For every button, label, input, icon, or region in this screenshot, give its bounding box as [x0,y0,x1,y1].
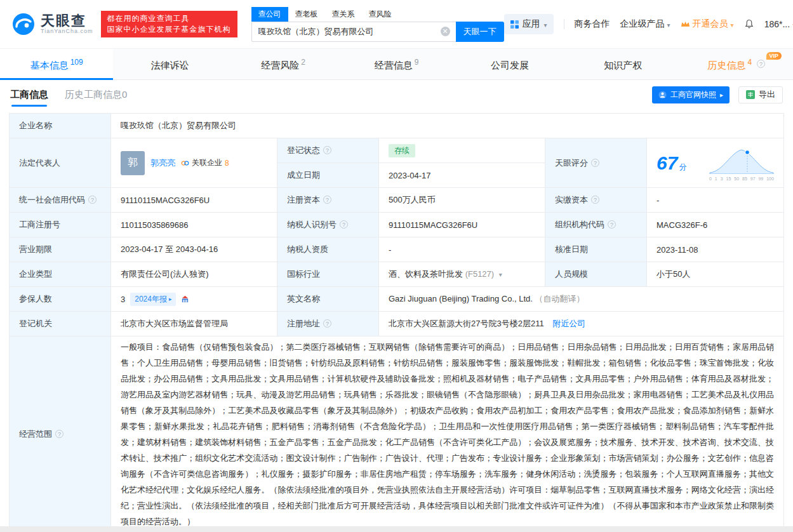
account-phone[interactable]: 186*... ▾ [764,19,793,29]
value-legal-rep: 郭 郭亮亮 关联企业 8 [111,138,277,188]
chevron-right-icon: ▸ [169,296,172,302]
chevron-down-icon[interactable]: ▾ [499,271,502,278]
promo-line2: 国家中小企业发展子基金旗下机构 [107,24,231,35]
label-insured-count: 参保人数 [10,287,111,312]
tab-legal-proceedings[interactable]: 法律诉讼 [113,49,226,79]
label-reg-authority: 登记机关 [10,312,111,336]
apps-menu[interactable]: 应用 ▾ [504,14,554,34]
value-org-code: MACG326F-6 [647,213,784,237]
label-tianyan-score: 天眼评分 [545,138,647,188]
legal-rep-link[interactable]: 郭亮亮 [150,157,175,169]
value-reg-number: 110115035869686 [111,213,277,237]
nearby-companies-link[interactable]: 附近公司 [552,319,585,328]
main-nav: 基本信息109 法律诉讼 经营风险2 经营信息9 公司发展 知识产权 VIP 历… [0,48,793,80]
logo[interactable]: 天眼查 TianYanCha.com [11,12,93,36]
related-companies-tag[interactable]: 关联企业 8 [181,157,229,168]
value-english-name: Gazi Jiuguan (Beijing) Trading Co., Ltd.… [379,287,784,312]
search-tab-risk[interactable]: 查风险 [362,7,399,22]
help-icon[interactable] [323,196,331,204]
excel-export-icon [746,90,755,99]
brand-domain: TianYanCha.com [41,28,93,34]
search-input[interactable] [252,22,456,41]
header: 天眼查 TianYanCha.com 都在用的商业查询工具 国家中小企业发展子基… [0,0,793,48]
chevron-down-icon: ▾ [544,22,547,29]
value-reg-address: 北京市大兴区新源大街27号院3号楼2层211 附近公司 [379,312,784,336]
promo-line1: 都在用的商业查询工具 [107,13,231,24]
status-badge: 存续 [389,144,415,157]
tab-business-info[interactable]: 经营信息9 [340,49,453,79]
chevron-down-icon: ▾ [731,22,734,29]
value-industry: 酒、饮料及茶叶批发 (F5127) ▾ [379,262,545,287]
company-info-table: 企业名称 嘎孜玖馆（北京）贸易有限公司 法定代表人 郭 郭亮亮 关联企业 8 登… [9,113,784,532]
search-tab-relation[interactable]: 查关系 [325,7,362,22]
tab-history-info[interactable]: VIP 历史信息4 [680,49,793,79]
export-button[interactable]: 导出 [738,86,783,103]
help-icon[interactable] [55,430,63,438]
link-rings-icon [181,160,189,166]
label-reg-capital: 注册资本 [277,188,379,213]
vip-membership-link[interactable]: 开通会员 ▾ [681,18,734,30]
help-icon[interactable] [608,220,616,229]
clear-icon[interactable]: ✕ [441,27,450,36]
avatar[interactable]: 郭 [121,151,145,175]
label-company-name: 企业名称 [10,114,111,138]
vip-badge: VIP [766,52,782,60]
bell-icon[interactable] [744,19,754,29]
subtab-history-registration[interactable]: 历史工商信息0 [65,89,127,101]
label-industry: 国标行业 [277,262,379,287]
official-snapshot-button[interactable]: 工商官网快照 ▸ [652,86,730,103]
logo-icon [11,12,36,36]
label-reg-address: 注册地址 [277,312,379,336]
brand-name: 天眼查 [41,14,93,28]
help-icon[interactable] [591,196,599,204]
annual-report-source-icon[interactable] [181,295,189,303]
help-icon[interactable] [591,159,599,167]
label-english-name: 英文名称 [277,287,379,312]
value-business-term: 2023-04-17 至 2043-04-16 [111,237,277,262]
crown-icon [681,20,690,28]
tab-basic-info[interactable]: 基本信息109 [0,49,113,79]
sub-nav: 工商信息 历史工商信息0 工商官网快照 ▸ 导出 [0,80,793,109]
value-establish-date: 2023-04-17 [379,163,545,188]
header-right: 应用 ▾ 商务合作 企业级产品 ▾ 开通会员 ▾ 186*... ▾ [504,14,793,34]
annual-report-badge[interactable]: 2024年报 ▸ [130,293,176,306]
label-paid-capital: 实缴资本 [545,188,647,213]
value-reg-capital: 500万人民币 [379,188,545,213]
value-business-scope: 一般项目：食品销售（仅销售预包装食品）；第二类医疗器械销售；互联网销售（除销售需… [111,336,784,532]
score-unit: 分 [679,163,686,171]
label-business-scope: 经营范围 [10,336,111,532]
tab-company-development[interactable]: 公司发展 [453,49,566,79]
enterprise-products-link[interactable]: 企业级产品 ▾ [620,18,670,30]
value-tianyan-score[interactable]: 67分 0131550859799100 [647,138,784,188]
score-value: 67 [656,152,677,173]
value-reg-authority: 北京市大兴区市场监督管理局 [111,312,277,336]
subtab-business-registration[interactable]: 工商信息 [10,89,48,101]
help-icon[interactable] [323,146,331,154]
search-tabs: 查公司 查老板 查关系 查风险 [251,7,504,22]
score-axis: 0131550859799100 [709,176,774,182]
value-insured-count: 3 2024年报 ▸ [111,287,277,312]
cooperation-link[interactable]: 商务合作 [575,18,610,30]
help-icon[interactable] [88,196,97,204]
page-bottom-strip [0,526,793,532]
apps-label: 应用 [523,18,540,30]
header-divider [564,19,564,29]
help-icon[interactable] [323,319,331,328]
value-taxpayer-quality: - [379,237,545,262]
tab-intellectual-property[interactable]: 知识产权 [566,49,679,79]
label-company-type: 企业类型 [10,262,111,287]
search-input-wrap: ✕ [251,22,456,42]
tab-business-risk[interactable]: 经营风险2 [227,49,340,79]
help-icon[interactable] [757,60,765,68]
help-icon[interactable] [340,220,348,229]
search-tab-boss[interactable]: 查老板 [288,7,325,22]
label-reg-status: 登记状态 [277,138,379,163]
value-taxpayer-id: 91110115MACG326F6U [379,213,545,237]
search-button[interactable]: 天眼一下 [456,22,504,42]
chevron-down-icon: ▾ [667,22,670,29]
apps-grid-icon [510,20,519,29]
label-credit-code: 统一社会信用代码 [10,188,111,213]
label-establish-date: 成立日期 [277,163,379,188]
search-tab-company[interactable]: 查公司 [251,7,288,22]
value-credit-code: 91110115MACG326F6U [111,188,277,213]
